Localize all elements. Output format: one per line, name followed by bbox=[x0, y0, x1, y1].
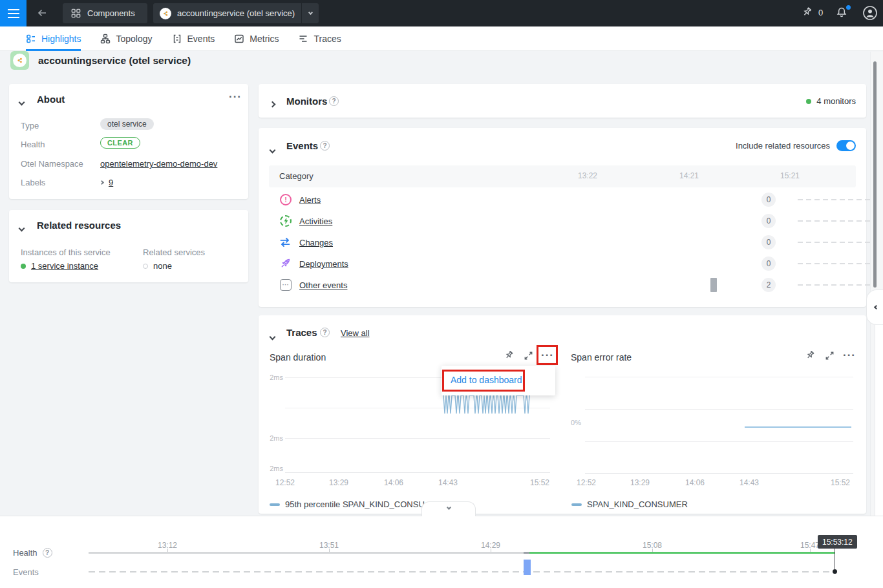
tab-highlights[interactable]: Highlights bbox=[26, 26, 81, 51]
tab-label: Highlights bbox=[41, 34, 81, 44]
notifications-button[interactable] bbox=[835, 6, 851, 21]
about-collapse-toggle[interactable] bbox=[19, 96, 24, 107]
monitors-help-icon[interactable]: ? bbox=[329, 96, 339, 106]
timeline-panel: Last 3 hours Topology Today, 15:53:12 Pa… bbox=[0, 516, 883, 588]
events-icon bbox=[172, 34, 182, 44]
events-collapse-toggle[interactable] bbox=[270, 143, 275, 155]
span-error-rate-title: Span error rate bbox=[571, 352, 632, 362]
alerts-link[interactable]: Alerts bbox=[299, 195, 321, 205]
tab-label: accountingservice (otel service) bbox=[177, 8, 301, 18]
pin-counter-button[interactable]: 0 bbox=[800, 6, 823, 19]
health-help-icon[interactable]: ? bbox=[43, 548, 52, 558]
components-grid-icon bbox=[70, 8, 81, 19]
gridline bbox=[585, 473, 853, 474]
chevron-left-icon bbox=[874, 305, 878, 310]
span-duration-legend: 95th percentile SPAN_KIND_CONSUMER bbox=[270, 499, 425, 509]
tab-traces[interactable]: Traces bbox=[298, 34, 341, 44]
type-label: Type bbox=[21, 121, 39, 131]
time-cursor-dot bbox=[833, 569, 837, 574]
labels-label: Labels bbox=[21, 178, 45, 187]
right-drawer-toggle[interactable] bbox=[866, 289, 883, 325]
events-help-icon[interactable]: ? bbox=[320, 141, 330, 151]
pin-icon bbox=[804, 350, 816, 361]
monitors-status: 4 monitors bbox=[816, 96, 856, 106]
y-tick: 2ms bbox=[264, 373, 283, 381]
span-error-expand-button[interactable] bbox=[821, 347, 838, 364]
pin-count: 0 bbox=[818, 8, 823, 17]
namespace-link[interactable]: opentelemetry-demo-demo-dev bbox=[100, 159, 217, 169]
tab-metrics[interactable]: Metrics bbox=[234, 34, 279, 44]
y-tick: 0% bbox=[562, 419, 581, 426]
pin-icon bbox=[800, 6, 813, 19]
related-resources-card: Related resources Instances of this serv… bbox=[9, 210, 248, 282]
health-label: Health bbox=[13, 548, 37, 558]
traces-card: Traces ? View all bbox=[259, 315, 866, 514]
related-collapse-toggle[interactable] bbox=[19, 222, 24, 233]
view-all-link[interactable]: View all bbox=[341, 328, 370, 338]
span-error-pin-button[interactable] bbox=[802, 347, 818, 364]
time-cursor-tooltip: 15:53:12 bbox=[818, 535, 857, 549]
traces-collapse-toggle[interactable] bbox=[270, 330, 275, 342]
scrollbar-thumb[interactable] bbox=[873, 61, 877, 288]
tab-dropdown-button[interactable] bbox=[302, 13, 319, 14]
span-error-legend: SPAN_KIND_CONSUMER bbox=[571, 499, 688, 509]
about-card: About ··· Type otel service Health CLEAR… bbox=[9, 84, 248, 199]
avatar-icon bbox=[862, 5, 878, 21]
expand-icon bbox=[824, 350, 835, 361]
other-events-icon: ··· bbox=[280, 279, 292, 291]
span-duration-title: Span duration bbox=[270, 352, 326, 362]
event-row-changes: Changes 0 bbox=[259, 235, 866, 257]
other-events-link[interactable]: Other events bbox=[299, 280, 347, 290]
include-related-toggle[interactable] bbox=[836, 140, 856, 151]
toggle-knob bbox=[846, 142, 855, 150]
x-tick: 14:43 bbox=[438, 478, 458, 487]
deployments-link[interactable]: Deployments bbox=[299, 259, 348, 269]
view-tab-components[interactable]: Components bbox=[63, 3, 147, 23]
labels-expander[interactable]: 9 bbox=[100, 178, 113, 187]
empty-dot-icon bbox=[143, 264, 148, 269]
include-related-label: Include related resources bbox=[736, 141, 830, 151]
deployments-count: 0 bbox=[761, 257, 776, 271]
activities-count: 0 bbox=[761, 214, 776, 228]
event-bar[interactable] bbox=[710, 278, 717, 292]
activity-icon bbox=[280, 215, 292, 227]
time-cursor-line[interactable] bbox=[835, 549, 835, 571]
event-row-alerts: ! Alerts 0 bbox=[259, 193, 866, 214]
activities-link[interactable]: Activities bbox=[299, 216, 332, 226]
related-services-value: none bbox=[153, 261, 172, 271]
traces-help-icon[interactable]: ? bbox=[320, 328, 330, 337]
service-instance-link[interactable]: 1 service instance bbox=[31, 261, 98, 271]
about-title: About bbox=[37, 94, 65, 105]
other-events-count: 2 bbox=[761, 278, 776, 292]
labels-count-link[interactable]: 9 bbox=[109, 178, 113, 187]
back-button[interactable] bbox=[36, 6, 50, 21]
changes-link[interactable]: Changes bbox=[299, 238, 333, 247]
health-bar-gray[interactable] bbox=[89, 552, 524, 554]
instances-label: Instances of this service bbox=[21, 247, 111, 257]
span-duration-pin-button[interactable] bbox=[500, 347, 517, 364]
about-menu-button[interactable]: ··· bbox=[229, 94, 242, 100]
event-marker-bar[interactable] bbox=[524, 560, 531, 575]
tab-topology[interactable]: Topology bbox=[100, 34, 152, 44]
x-tick: 12:52 bbox=[577, 478, 596, 487]
legend-label: SPAN_KIND_CONSUMER bbox=[587, 499, 688, 509]
user-avatar-button[interactable] bbox=[862, 5, 878, 21]
topology-icon bbox=[100, 34, 111, 44]
tab-label: Components bbox=[87, 8, 135, 18]
metrics-icon bbox=[234, 34, 244, 44]
gridline bbox=[585, 441, 853, 442]
span-duration-expand-button[interactable] bbox=[520, 347, 537, 364]
x-tick: 14:43 bbox=[739, 478, 759, 487]
tab-events[interactable]: Events bbox=[172, 34, 215, 44]
events-title: Events bbox=[286, 140, 318, 151]
event-row-activities: Activities 0 bbox=[259, 214, 866, 235]
hamburger-menu-button[interactable] bbox=[0, 0, 27, 26]
monitors-title: Monitors bbox=[286, 96, 327, 107]
timeline-collapse-handle[interactable] bbox=[421, 501, 476, 516]
monitors-expand-toggle[interactable] bbox=[270, 98, 275, 109]
span-error-menu-button[interactable]: ··· bbox=[841, 347, 858, 364]
gridline bbox=[285, 438, 550, 439]
view-tab-service[interactable]: accountingservice (otel service) bbox=[153, 3, 319, 23]
health-bar-green[interactable] bbox=[529, 552, 835, 554]
service-type-icon bbox=[10, 51, 29, 70]
